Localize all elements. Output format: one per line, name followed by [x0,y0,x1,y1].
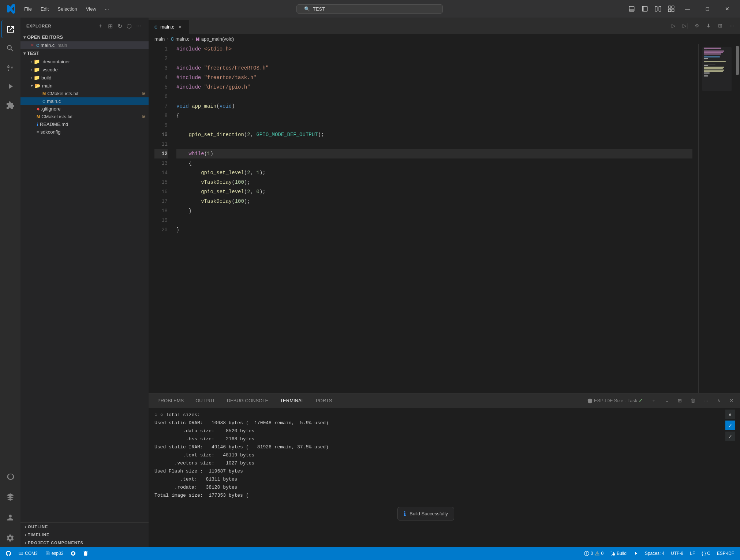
status-language[interactable]: { } C [699,551,713,556]
tree-item-build[interactable]: › 📁 build [20,74,149,82]
status-trash[interactable] [80,547,91,560]
maximize-button[interactable]: □ [699,3,716,15]
status-branch-btn[interactable] [3,547,14,560]
activity-settings[interactable] [1,529,19,547]
open-editors-section[interactable]: ▾ OPEN EDITORS [20,33,149,41]
activity-search[interactable] [1,40,19,57]
terminal-check-btn-2[interactable]: ✓ [725,432,735,441]
status-run-btn[interactable] [630,551,641,556]
more-terminal-btn[interactable]: ··· [700,396,712,406]
run-split-btn[interactable]: ▷| [680,20,690,31]
activity-run-debug[interactable] [1,78,19,95]
layout-btn[interactable] [666,4,676,14]
more-actions-btn[interactable]: ··· [135,22,143,30]
tab-ports[interactable]: PORTS [310,393,338,408]
split-terminal-btn[interactable]: ⊞ [674,396,685,406]
project-components-section[interactable]: › PROJECT COMPONENTS [20,539,149,547]
terminal-line-8: .text: 81311 bytes [154,475,734,484]
terminal-dropdown-btn[interactable]: ⌄ [661,396,673,406]
refresh-btn[interactable]: ↻ [116,22,124,30]
split-editor-btn[interactable]: ⊞ [715,20,725,31]
more-tab-btn[interactable]: ··· [727,20,737,31]
tree-item-cmakelist-main[interactable]: M CMakeLists.txt M [20,90,149,97]
tab-label: main.c [160,24,174,30]
tab-bar-actions: ▷ ▷| ⚙ ⬇ ⊞ ··· [665,18,740,34]
scroll-up-btn[interactable]: ∧ [713,396,724,406]
status-eol[interactable]: LF [687,551,698,556]
terminal-content[interactable]: ○ ○ Total sizes: Used static DRAM: 10688… [149,408,740,547]
tree-item-main-c[interactable]: C main.c [20,97,149,105]
code-editor[interactable]: #include <stdio.h> #include "freertos/Fr… [171,44,698,393]
run-code-btn[interactable]: ▷ [668,20,679,31]
tab-debug-console[interactable]: DEBUG CONSOLE [221,393,274,408]
activity-source-control[interactable] [1,59,19,76]
status-build-btn[interactable]: Build [607,551,629,556]
outline-section[interactable]: › OUTLINE [20,522,149,531]
breadcrumb-file[interactable]: C main.c [171,36,190,42]
close-panel-btn[interactable]: ✕ [726,396,737,406]
search-label: TEST [313,6,325,12]
code-line-3: #include "freertos/FreeRTOS.h" [176,63,692,73]
split-editor-btn[interactable] [653,4,663,14]
menu-more[interactable]: ··· [101,5,113,13]
tab-close-btn[interactable]: ✕ [177,24,183,30]
terminal-check-btn[interactable]: ✓ [725,421,735,430]
trash-terminal-btn[interactable]: 🗑 [687,396,699,406]
new-folder-btn[interactable]: ⊞ [106,22,114,30]
menu-view[interactable]: View [82,5,100,13]
timeline-chevron: › [25,532,26,537]
tree-item-sdkconfig[interactable]: ≡ sdkconfig [20,128,149,136]
add-terminal-btn[interactable]: ＋ [648,396,660,406]
settings-btn[interactable]: ⚙ [692,20,702,31]
tree-item-main[interactable]: ▾ 📂 main [20,82,149,90]
new-file-btn[interactable]: + [97,22,105,30]
tree-item-cmakelist-root[interactable]: M CMakeLists.txt M [20,113,149,120]
tab-main-c[interactable]: C main.c ✕ [149,20,189,34]
status-gear[interactable] [68,547,79,560]
tree-item-gitignore[interactable]: ◆ .gitignore [20,105,149,113]
close-button[interactable]: ✕ [719,3,736,15]
download-btn[interactable]: ⬇ [703,20,714,31]
status-encoding[interactable]: UTF-8 [668,551,686,556]
open-editor-main-c[interactable]: ✕ C main.c main [20,41,149,49]
tab-terminal[interactable]: TERMINAL [274,393,310,408]
global-search-box[interactable]: 🔍 TEST [296,4,443,14]
scrollbar-thumb[interactable] [736,46,739,75]
menu-selection[interactable]: Selection [54,5,81,13]
status-errors[interactable]: 0 0 [581,551,606,556]
project-root-section[interactable]: ▾ TEST [20,49,149,57]
tab-output[interactable]: OUTPUT [190,393,221,408]
esp-idf-task-btn[interactable]: ESP-IDF Size - Task ✓ [584,396,646,406]
tree-item-vscode[interactable]: › 📁 .vscode [20,66,149,74]
vscode-logo-icon [4,3,16,15]
collapse-all-btn[interactable]: ⬡ [125,22,133,30]
terminal-scroll-up[interactable]: ∧ [725,410,735,419]
tree-item-readme[interactable]: ℹ README.md [20,120,149,128]
breadcrumb-main[interactable]: main [154,36,165,42]
status-esp32[interactable]: esp32 [42,547,67,560]
menu-file[interactable]: File [20,5,35,13]
activity-test[interactable] [1,468,19,485]
toggle-panel-btn[interactable] [627,4,637,14]
tab-problems[interactable]: PROBLEMS [152,393,190,408]
terminal-scroll-controls: ∧ ✓ ✓ [725,410,735,441]
breadcrumb-func[interactable]: app_main(void) [195,36,234,42]
terminal-line-6: .vectors size: 1027 bytes [154,459,734,467]
toggle-sidebar-btn[interactable] [640,4,650,14]
close-file-icon[interactable]: ✕ [31,43,34,48]
status-esp-idf[interactable]: ESP-IDF [714,551,737,556]
activity-explorer[interactable] [1,20,19,38]
status-com3[interactable]: COM3 [15,547,41,560]
activity-esp-idf[interactable] [1,488,19,506]
activity-extensions[interactable] [1,97,19,114]
timeline-section[interactable]: › TIMELINE [20,531,149,539]
chip-icon [45,551,50,556]
activity-account[interactable] [1,509,19,526]
sdk-icon: ≡ [37,130,39,134]
vertical-scrollbar[interactable] [735,44,740,393]
tree-item-devcontainer[interactable]: › 📁 .devcontainer [20,57,149,66]
menu-edit[interactable]: Edit [37,5,52,13]
minimize-button[interactable]: — [679,3,696,15]
terminal-line-0: ○ ○ Total sizes: [154,411,734,419]
status-spaces[interactable]: Spaces: 4 [642,551,667,556]
